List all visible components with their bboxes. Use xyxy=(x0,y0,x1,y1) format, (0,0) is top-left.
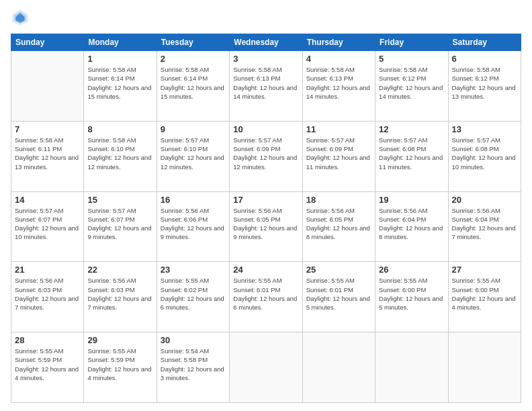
day-info: Sunrise: 5:56 AMSunset: 6:04 PMDaylight:… xyxy=(379,206,444,242)
day-info: Sunrise: 5:57 AMSunset: 6:07 PMDaylight:… xyxy=(87,206,152,242)
calendar-cell xyxy=(375,332,448,403)
day-number: 21 xyxy=(15,265,80,275)
day-info: Sunrise: 5:55 AMSunset: 6:00 PMDaylight:… xyxy=(452,276,517,312)
day-info: Sunrise: 5:57 AMSunset: 6:09 PMDaylight:… xyxy=(306,136,371,171)
day-info: Sunrise: 5:54 AMSunset: 5:58 PMDaylight:… xyxy=(161,347,226,382)
day-info: Sunrise: 5:58 AMSunset: 6:14 PMDaylight:… xyxy=(87,65,152,101)
day-info: Sunrise: 5:55 AMSunset: 6:00 PMDaylight:… xyxy=(379,276,444,312)
calendar-cell: 13Sunrise: 5:57 AMSunset: 6:08 PMDayligh… xyxy=(448,121,521,191)
day-info: Sunrise: 5:57 AMSunset: 6:07 PMDaylight:… xyxy=(15,206,80,242)
day-number: 28 xyxy=(15,335,80,345)
day-number: 1 xyxy=(87,54,152,64)
day-number: 9 xyxy=(161,124,226,134)
weekday-header-saturday: Saturday xyxy=(448,34,521,51)
calendar-cell: 12Sunrise: 5:57 AMSunset: 6:08 PMDayligh… xyxy=(375,121,448,191)
day-number: 18 xyxy=(306,195,371,205)
day-number: 12 xyxy=(379,124,444,134)
calendar-cell: 18Sunrise: 5:56 AMSunset: 6:05 PMDayligh… xyxy=(302,191,375,262)
calendar-cell: 14Sunrise: 5:57 AMSunset: 6:07 PMDayligh… xyxy=(11,191,84,262)
calendar-cell xyxy=(11,51,84,122)
calendar-cell xyxy=(230,332,302,403)
calendar-week-1: 1Sunrise: 5:58 AMSunset: 6:14 PMDaylight… xyxy=(11,51,521,122)
calendar-cell: 8Sunrise: 5:58 AMSunset: 6:10 PMDaylight… xyxy=(84,121,157,191)
day-number: 14 xyxy=(15,195,80,205)
day-number: 20 xyxy=(452,195,517,205)
calendar-cell: 19Sunrise: 5:56 AMSunset: 6:04 PMDayligh… xyxy=(375,191,448,262)
day-number: 25 xyxy=(306,265,371,275)
day-number: 6 xyxy=(452,54,517,64)
header xyxy=(11,8,521,27)
calendar-cell: 1Sunrise: 5:58 AMSunset: 6:14 PMDaylight… xyxy=(84,51,157,122)
day-info: Sunrise: 5:57 AMSunset: 6:08 PMDaylight:… xyxy=(379,136,444,171)
day-info: Sunrise: 5:56 AMSunset: 6:03 PMDaylight:… xyxy=(15,276,80,312)
day-info: Sunrise: 5:58 AMSunset: 6:12 PMDaylight:… xyxy=(379,65,444,101)
day-info: Sunrise: 5:57 AMSunset: 6:09 PMDaylight:… xyxy=(233,136,298,171)
weekday-header-friday: Friday xyxy=(375,34,448,51)
calendar-cell: 27Sunrise: 5:55 AMSunset: 6:00 PMDayligh… xyxy=(448,262,521,332)
page: SundayMondayTuesdayWednesdayThursdayFrid… xyxy=(0,0,532,411)
day-info: Sunrise: 5:55 AMSunset: 6:02 PMDaylight:… xyxy=(161,276,226,312)
calendar-cell: 24Sunrise: 5:55 AMSunset: 6:01 PMDayligh… xyxy=(230,262,302,332)
calendar-cell: 9Sunrise: 5:57 AMSunset: 6:10 PMDaylight… xyxy=(157,121,229,191)
day-number: 27 xyxy=(452,265,517,275)
calendar-week-3: 14Sunrise: 5:57 AMSunset: 6:07 PMDayligh… xyxy=(11,191,521,262)
day-info: Sunrise: 5:58 AMSunset: 6:13 PMDaylight:… xyxy=(233,65,298,101)
calendar-cell: 25Sunrise: 5:55 AMSunset: 6:01 PMDayligh… xyxy=(302,262,375,332)
day-info: Sunrise: 5:56 AMSunset: 6:03 PMDaylight:… xyxy=(87,276,152,312)
weekday-header-wednesday: Wednesday xyxy=(230,34,302,51)
weekday-header-tuesday: Tuesday xyxy=(157,34,229,51)
day-info: Sunrise: 5:56 AMSunset: 6:05 PMDaylight:… xyxy=(233,206,298,242)
calendar-cell: 21Sunrise: 5:56 AMSunset: 6:03 PMDayligh… xyxy=(11,262,84,332)
day-info: Sunrise: 5:56 AMSunset: 6:04 PMDaylight:… xyxy=(452,206,517,242)
day-info: Sunrise: 5:58 AMSunset: 6:13 PMDaylight:… xyxy=(306,65,371,101)
logo xyxy=(11,8,32,27)
day-number: 4 xyxy=(306,54,371,64)
weekday-header-row: SundayMondayTuesdayWednesdayThursdayFrid… xyxy=(11,34,521,51)
day-number: 29 xyxy=(87,335,152,345)
day-number: 26 xyxy=(379,265,444,275)
day-number: 7 xyxy=(15,124,80,134)
day-info: Sunrise: 5:55 AMSunset: 6:01 PMDaylight:… xyxy=(306,276,371,312)
day-info: Sunrise: 5:55 AMSunset: 5:59 PMDaylight:… xyxy=(15,347,80,382)
day-number: 2 xyxy=(161,54,226,64)
calendar-cell: 4Sunrise: 5:58 AMSunset: 6:13 PMDaylight… xyxy=(302,51,375,122)
day-number: 16 xyxy=(161,195,226,205)
day-number: 3 xyxy=(233,54,298,64)
logo-icon xyxy=(11,8,30,27)
calendar-cell: 2Sunrise: 5:58 AMSunset: 6:14 PMDaylight… xyxy=(157,51,229,122)
calendar-cell: 6Sunrise: 5:58 AMSunset: 6:12 PMDaylight… xyxy=(448,51,521,122)
weekday-header-sunday: Sunday xyxy=(11,34,84,51)
day-info: Sunrise: 5:55 AMSunset: 5:59 PMDaylight:… xyxy=(87,347,152,382)
calendar-cell: 22Sunrise: 5:56 AMSunset: 6:03 PMDayligh… xyxy=(84,262,157,332)
calendar-cell: 16Sunrise: 5:56 AMSunset: 6:06 PMDayligh… xyxy=(157,191,229,262)
calendar-cell xyxy=(448,332,521,403)
day-number: 15 xyxy=(87,195,152,205)
calendar-cell: 11Sunrise: 5:57 AMSunset: 6:09 PMDayligh… xyxy=(302,121,375,191)
day-info: Sunrise: 5:56 AMSunset: 6:06 PMDaylight:… xyxy=(161,206,226,242)
day-number: 19 xyxy=(379,195,444,205)
calendar-cell: 23Sunrise: 5:55 AMSunset: 6:02 PMDayligh… xyxy=(157,262,229,332)
day-info: Sunrise: 5:57 AMSunset: 6:10 PMDaylight:… xyxy=(161,136,226,171)
day-number: 8 xyxy=(87,124,152,134)
calendar-cell: 3Sunrise: 5:58 AMSunset: 6:13 PMDaylight… xyxy=(230,51,302,122)
calendar-cell: 29Sunrise: 5:55 AMSunset: 5:59 PMDayligh… xyxy=(84,332,157,403)
calendar-cell: 5Sunrise: 5:58 AMSunset: 6:12 PMDaylight… xyxy=(375,51,448,122)
calendar-cell: 28Sunrise: 5:55 AMSunset: 5:59 PMDayligh… xyxy=(11,332,84,403)
calendar-cell: 20Sunrise: 5:56 AMSunset: 6:04 PMDayligh… xyxy=(448,191,521,262)
day-info: Sunrise: 5:58 AMSunset: 6:14 PMDaylight:… xyxy=(161,65,226,101)
calendar-cell: 10Sunrise: 5:57 AMSunset: 6:09 PMDayligh… xyxy=(230,121,302,191)
day-number: 17 xyxy=(233,195,298,205)
day-number: 13 xyxy=(452,124,517,134)
day-info: Sunrise: 5:57 AMSunset: 6:08 PMDaylight:… xyxy=(452,136,517,171)
calendar-cell: 15Sunrise: 5:57 AMSunset: 6:07 PMDayligh… xyxy=(84,191,157,262)
day-info: Sunrise: 5:58 AMSunset: 6:12 PMDaylight:… xyxy=(452,65,517,101)
day-number: 23 xyxy=(161,265,226,275)
day-number: 11 xyxy=(306,124,371,134)
day-info: Sunrise: 5:56 AMSunset: 6:05 PMDaylight:… xyxy=(306,206,371,242)
calendar-cell: 17Sunrise: 5:56 AMSunset: 6:05 PMDayligh… xyxy=(230,191,302,262)
calendar-cell: 26Sunrise: 5:55 AMSunset: 6:00 PMDayligh… xyxy=(375,262,448,332)
weekday-header-monday: Monday xyxy=(84,34,157,51)
day-info: Sunrise: 5:58 AMSunset: 6:10 PMDaylight:… xyxy=(87,136,152,171)
calendar-cell: 30Sunrise: 5:54 AMSunset: 5:58 PMDayligh… xyxy=(157,332,229,403)
weekday-header-thursday: Thursday xyxy=(302,34,375,51)
